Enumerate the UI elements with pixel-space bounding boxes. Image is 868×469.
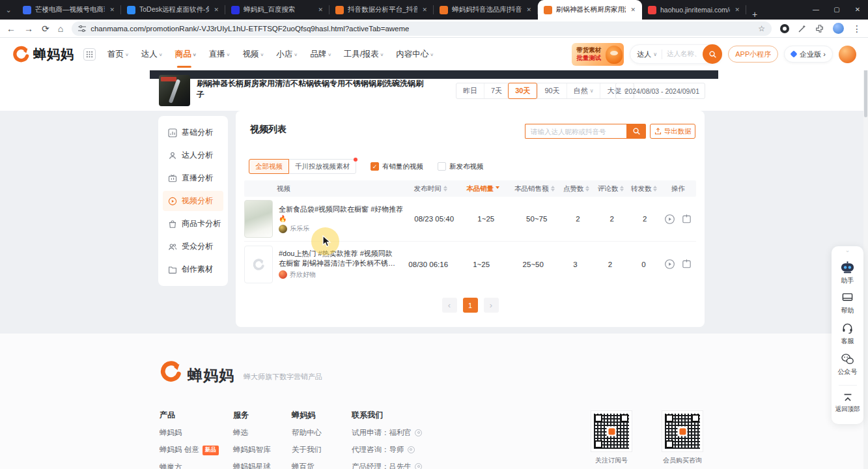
footer-link[interactable]: 蝉妈妈智库 xyxy=(233,445,271,455)
range-yesterday[interactable]: 昨日 xyxy=(456,83,484,98)
header-search-button[interactable] xyxy=(703,44,722,64)
panel-search-input[interactable] xyxy=(525,124,626,139)
range-30d-active[interactable]: 30天 xyxy=(508,83,537,99)
extensions-puzzle-icon[interactable] xyxy=(815,24,824,33)
address-bar[interactable]: chanmama.com/promotionRank/-VJ3rUIyL1hU-… xyxy=(72,21,772,36)
user-avatar[interactable] xyxy=(839,46,856,63)
panel-search-button[interactable] xyxy=(626,124,646,139)
browser-tab[interactable]: ToDesk远程桌面软件-免费安全 ✕ xyxy=(121,0,225,20)
tab-close-icon[interactable]: ✕ xyxy=(630,7,636,13)
checkbox-newly-published[interactable]: 新发布视频 xyxy=(438,162,484,171)
pagination-next[interactable]: › xyxy=(484,298,499,313)
sidebar-item-product-card-analysis[interactable]: 商品卡分析 xyxy=(163,214,223,234)
wechat-qr-icon[interactable] xyxy=(408,446,415,453)
search-category-select[interactable]: 达人∨ xyxy=(637,50,662,59)
video-detail-icon[interactable] xyxy=(681,214,692,225)
nav-shop[interactable]: 小店∨ xyxy=(276,38,298,70)
nav-home[interactable]: 首页∨ xyxy=(107,38,129,70)
range-7d[interactable]: 7天 xyxy=(484,83,509,98)
browser-tab[interactable]: 蝉妈妈_百度搜索 ✕ xyxy=(225,0,329,20)
footer-link[interactable]: 蝉妈妈 创意新品 xyxy=(160,445,219,455)
footer-contact[interactable]: 产品经理：吕先生 xyxy=(352,462,422,469)
video-title[interactable]: #dou上热门 #热卖款推荐 #视频同款在橱窗 刷锅神器清洁干净长柄不锈钢刷锅子… xyxy=(279,249,397,268)
sidebar-item-video-analysis-active[interactable]: 视频分析 xyxy=(163,191,223,211)
browser-tab[interactable]: 抖音数据分析平台_抖音直播 ✕ xyxy=(329,0,434,20)
col-header-shares[interactable]: 转发数 xyxy=(628,184,660,193)
col-header-publish-time[interactable]: 发布时间 xyxy=(404,184,456,193)
tab-close-icon[interactable]: ✕ xyxy=(421,7,428,13)
col-header-comments[interactable]: 评论数 xyxy=(593,184,628,193)
range-natural-dropdown[interactable]: 自然∨ xyxy=(567,83,600,98)
video-author[interactable]: 乔欣好物 xyxy=(279,270,397,279)
collapse-chevron-icon[interactable]: ⌄ xyxy=(845,248,850,253)
wechat-qr-icon[interactable] xyxy=(415,463,422,469)
header-search[interactable]: 达人∨ 达人名称、抖音号 xyxy=(630,44,722,64)
sidebar-item-creative-material[interactable]: 创作素材 xyxy=(163,259,223,279)
browser-tab[interactable]: 芒楼电商—视频号电商玩法全 ✕ xyxy=(17,0,121,20)
checkbox-unchecked-icon[interactable] xyxy=(438,162,446,171)
play-video-icon[interactable] xyxy=(664,259,675,270)
tab-close-icon[interactable]: ✕ xyxy=(525,7,532,13)
filter-tab-all-videos[interactable]: 全部视频 xyxy=(249,159,289,174)
nav-live[interactable]: 直播∨ xyxy=(209,38,231,70)
tab-close-icon[interactable]: ✕ xyxy=(317,7,324,13)
sidebar-item-audience-analysis[interactable]: 受众分析 xyxy=(163,236,223,257)
nav-content-center[interactable]: 内容中心∨ xyxy=(396,38,434,70)
footer-link[interactable]: 帮助中心 xyxy=(292,428,322,438)
nav-tools-reports[interactable]: 工具/报表∨ xyxy=(344,38,384,70)
footer-link[interactable]: 蝉百货 xyxy=(292,462,322,469)
checkbox-has-sales[interactable]: ✓ 有销量的视频 xyxy=(371,162,423,171)
back-icon[interactable]: ← xyxy=(7,24,16,33)
date-range-picker[interactable]: 2024/08/03 - 2024/09/01 xyxy=(615,83,705,99)
extension-icon[interactable] xyxy=(780,24,789,33)
app-miniprogram-button[interactable]: APP小程序 xyxy=(728,46,778,63)
nav-brand[interactable]: 品牌∨ xyxy=(310,38,331,70)
nav-video[interactable]: 视频∨ xyxy=(242,38,264,70)
footer-link[interactable]: 蝉妈妈 xyxy=(160,428,219,438)
promo-banner[interactable]: 带货素材 批量测试 xyxy=(572,43,624,66)
pagination-page-1-current[interactable]: 1 xyxy=(463,298,478,313)
footer-contact[interactable]: 代理咨询：导师 xyxy=(352,445,422,455)
chanmama-logo[interactable]: 蝉妈妈 xyxy=(12,45,74,63)
video-title[interactable]: 全新食品袋#视频同款在橱窗 #好物推荐 xyxy=(279,205,403,214)
new-tab-button[interactable]: + xyxy=(746,9,763,20)
product-thumbnail[interactable] xyxy=(159,75,190,106)
range-90d[interactable]: 90天 xyxy=(537,83,566,98)
sidebar-item-live-analysis[interactable]: 直播分析 xyxy=(163,168,223,188)
maximize-button[interactable]: ▢ xyxy=(826,0,847,20)
checkbox-checked-icon[interactable]: ✓ xyxy=(371,162,379,171)
bookmark-star-icon[interactable]: ☆ xyxy=(758,24,765,33)
close-window-button[interactable]: ✕ xyxy=(847,0,868,20)
help-button[interactable]: 帮助 xyxy=(841,292,854,315)
browser-tab[interactable]: 蝉妈妈抖音选品库|抖音短视 ✕ xyxy=(434,0,538,20)
export-data-button[interactable]: 导出数据 xyxy=(650,124,695,139)
enterprise-button[interactable]: 企业版 › xyxy=(784,46,833,63)
play-video-icon[interactable] xyxy=(664,214,675,225)
browser-tab-active[interactable]: 刷锅神器长柄厨房家用清洁不 ✕ xyxy=(538,0,642,20)
video-thumbnail-placeholder[interactable] xyxy=(244,246,273,283)
col-header-item-sales-sorted[interactable]: 本品销量 xyxy=(456,184,510,193)
tab-close-icon[interactable]: ✕ xyxy=(109,7,115,13)
footer-link[interactable]: 蝉选 xyxy=(233,428,271,438)
back-to-top-button[interactable]: 返回顶部 xyxy=(835,393,860,414)
home-icon[interactable]: ⌂ xyxy=(58,24,63,33)
customer-service-button[interactable]: 客服 xyxy=(841,322,854,346)
footer-contact[interactable]: 试用申请：福利官 xyxy=(352,428,422,438)
pagination-prev[interactable]: ‹ xyxy=(442,298,457,313)
filter-tab-qianchuan[interactable]: 千川投放视频素材 xyxy=(288,159,356,174)
refresh-icon[interactable]: ⟳ xyxy=(42,24,49,33)
video-thumbnail[interactable] xyxy=(244,200,273,238)
video-author[interactable]: 乐乐乐 xyxy=(279,224,403,233)
assistant-button[interactable]: 助手 xyxy=(839,261,856,285)
sidebar-item-basic-analysis[interactable]: 基础分析 xyxy=(163,122,223,143)
tab-close-icon[interactable]: ✕ xyxy=(213,7,219,13)
browser-menu-icon[interactable]: ⋮ xyxy=(852,24,861,33)
tab-close-icon[interactable]: ✕ xyxy=(734,7,740,13)
footer-link[interactable]: 关于我们 xyxy=(292,445,322,455)
col-header-likes[interactable]: 点赞数 xyxy=(559,184,593,193)
video-detail-icon[interactable] xyxy=(681,259,692,270)
sidebar-item-influencer-analysis[interactable]: 达人分析 xyxy=(163,145,223,165)
nav-product-active[interactable]: 商品∨ xyxy=(175,38,197,70)
wechat-qr-icon[interactable] xyxy=(415,429,422,436)
col-header-item-revenue[interactable]: 本品销售额 xyxy=(510,184,559,193)
